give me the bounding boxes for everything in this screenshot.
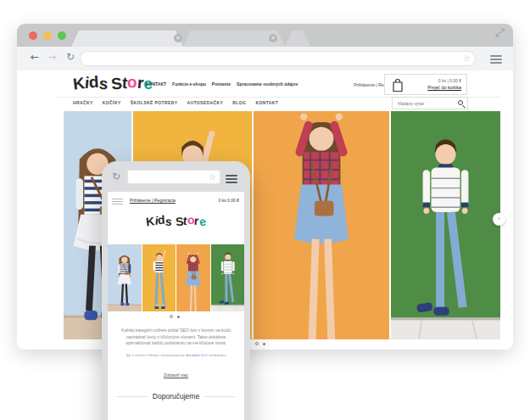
site-logo[interactable]: KidsStore <box>73 74 153 92</box>
site-logo[interactable]: KidsStore <box>108 214 244 227</box>
browser-tab-active[interactable] <box>71 31 183 47</box>
search-input[interactable] <box>396 98 454 108</box>
main-nav-item[interactable]: BLOG <box>232 100 246 105</box>
phone-mockup: ↻ ☆ Prihlásenie | Registrácia 0 ks 0.00 … <box>102 161 250 420</box>
carousel-dot[interactable] <box>263 343 265 345</box>
screenshot-stage: × × ⤢ ← → ↻ ☆ KidsStore KONTAKT Funkcie … <box>0 0 530 420</box>
show-more-link[interactable]: Zobraziť viac <box>108 372 244 378</box>
browser-tab-bar: × × ⤢ <box>17 24 513 47</box>
bookmark-star-icon[interactable]: ☆ <box>209 172 216 182</box>
address-bar[interactable]: ☆ <box>80 51 476 66</box>
phone-screen: Prihlásenie | Registrácia 0 ks 0.00 € Ki… <box>108 192 244 420</box>
main-nav-item[interactable]: AUTOSEDAČKY <box>187 100 223 105</box>
carousel-dot-active[interactable] <box>170 315 173 318</box>
main-nav-item[interactable]: KONTAKT <box>255 100 278 105</box>
carousel-dot[interactable] <box>177 316 180 318</box>
forward-icon[interactable]: → <box>47 51 56 63</box>
bookmark-star-icon[interactable]: ☆ <box>463 53 471 63</box>
tab-close-icon[interactable]: × <box>269 34 277 42</box>
hero-slide-boy-yellow[interactable] <box>142 244 176 311</box>
browser-window: × × ⤢ ← → ↻ ☆ KidsStore KONTAKT Funkcie … <box>17 24 513 350</box>
hero-slide-girl-blue[interactable] <box>108 244 142 311</box>
kid-girl-photo <box>254 111 389 339</box>
main-nav-item[interactable]: HRAČKY <box>73 100 93 105</box>
webpage-viewport: KidsStore KONTAKT Funkcie e-shopu Poiste… <box>17 70 513 350</box>
carousel-next-arrow[interactable]: › <box>493 213 505 226</box>
hero-slide-boy-green[interactable] <box>391 111 500 339</box>
reload-icon[interactable]: ↻ <box>66 51 75 63</box>
browser-toolbar: ← → ↻ ☆ <box>17 47 513 70</box>
mobile-hero-carousel <box>108 244 244 311</box>
heading-rule-right <box>204 396 235 397</box>
kid-boy-photo <box>142 244 176 311</box>
carousel-dot-active[interactable] <box>255 342 259 345</box>
kid-boy-photo <box>391 111 500 339</box>
login-register-links[interactable]: Prihlásenie | Registrácia <box>130 198 176 203</box>
minimize-window-button[interactable] <box>43 31 52 40</box>
seo-text: Každej kategórii môžete pridať SEO box v… <box>115 328 237 347</box>
phone-address-bar[interactable]: ☆ <box>127 170 220 184</box>
cart-box[interactable]: 0 ks | 0.00 € Prejsť do košíka <box>384 74 467 95</box>
phone-browser-toolbar: ↻ ☆ <box>110 169 243 186</box>
tab-close-icon[interactable]: × <box>174 34 182 42</box>
kid-boy-photo <box>211 244 245 311</box>
seo-text-clipped: Ak v tomto článku spomenieme Angelio štý… <box>115 353 237 356</box>
fullscreen-expand-icon[interactable]: ⤢ <box>495 25 505 40</box>
reload-icon[interactable]: ↻ <box>112 171 120 182</box>
hero-carousel-dots <box>255 342 265 345</box>
search-icon[interactable] <box>458 100 463 105</box>
angelio-link[interactable]: Angelio <box>186 353 200 356</box>
browser-menu-icon[interactable] <box>226 173 237 185</box>
kid-girl-photo <box>108 244 142 311</box>
mobile-menu-icon[interactable] <box>112 197 123 206</box>
back-icon[interactable]: ← <box>31 51 39 63</box>
browser-tab-3[interactable] <box>285 31 310 47</box>
main-nav-item[interactable]: ŠKOLSKÉ POTREBY <box>131 100 178 105</box>
go-to-cart-link[interactable]: Prejsť do košíka <box>427 85 461 90</box>
close-window-button[interactable] <box>29 31 37 40</box>
main-nav-item[interactable]: KOČÍKY <box>103 100 121 105</box>
mobile-carousel-dots <box>170 315 180 318</box>
top-nav-link[interactable]: KONTAKT <box>146 81 166 87</box>
cart-summary[interactable]: 0 ks 0.00 € <box>219 198 239 203</box>
hero-slide-boy-green[interactable] <box>211 244 245 311</box>
kid-girl-photo <box>176 244 210 311</box>
zoom-window-button[interactable] <box>58 31 66 40</box>
hero-slide-girl-orange[interactable] <box>176 244 210 311</box>
search-box <box>392 97 468 109</box>
hero-slide-girl-orange[interactable] <box>254 111 389 339</box>
cart-bag-icon <box>392 78 404 92</box>
cart-summary: 0 ks | 0.00 € <box>427 78 461 83</box>
heading-rule-left <box>117 396 148 397</box>
top-nav-link[interactable]: Spracovanie osobných údajov <box>237 81 298 87</box>
top-nav: KONTAKT Funkcie e-shopu Poistenie Spraco… <box>146 81 298 87</box>
top-nav-link[interactable]: Poistenie <box>212 81 231 87</box>
browser-menu-icon[interactable] <box>490 53 502 65</box>
main-nav: HRAČKY KOČÍKY ŠKOLSKÉ POTREBY AUTOSEDAČK… <box>73 100 278 105</box>
top-nav-link[interactable]: Funkcie e-shopu <box>172 81 206 87</box>
